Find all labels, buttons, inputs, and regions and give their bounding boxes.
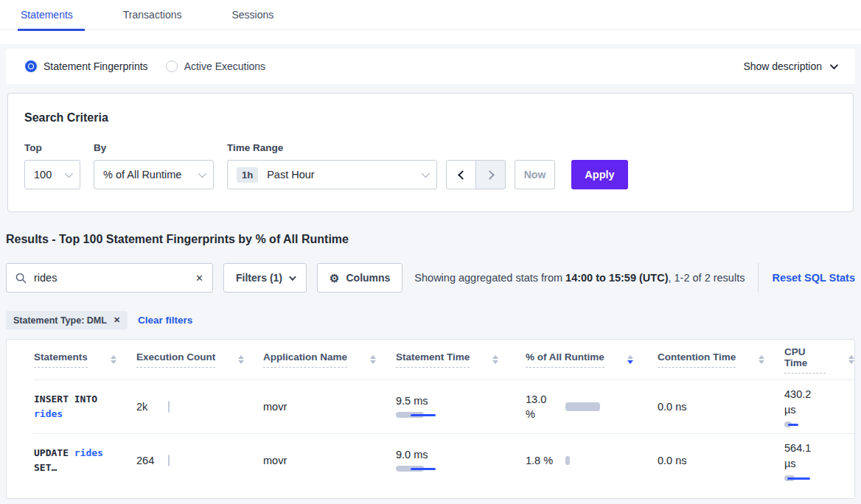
- col-header-contention-time[interactable]: Contention Time: [658, 351, 784, 368]
- runtime-pct-cell: 1.8 %: [526, 453, 658, 468]
- sort-icon[interactable]: [759, 355, 764, 364]
- time-range-select[interactable]: 1h Past Hour: [227, 160, 437, 189]
- chevron-right-icon: [485, 170, 495, 180]
- search-input[interactable]: [34, 272, 188, 284]
- time-range-group: Time Range 1h Past Hour: [227, 142, 437, 189]
- contention-time-cell: 0.0 ns: [658, 401, 784, 413]
- statement-link[interactable]: rides: [74, 447, 103, 458]
- sort-icon[interactable]: [111, 355, 116, 364]
- count-bar: [168, 455, 170, 466]
- radio-selected-icon[interactable]: [25, 60, 37, 72]
- search-criteria-card: Search Criteria Top 100 By % of All Runt…: [7, 93, 854, 212]
- statement-cell[interactable]: UPDATE rides SET…: [34, 446, 136, 475]
- reset-sql-stats-link[interactable]: Reset SQL Stats: [772, 272, 855, 284]
- by-select[interactable]: % of All Runtime: [94, 160, 214, 189]
- execution-count-cell: 264: [136, 455, 263, 466]
- col-header-statement-time[interactable]: Statement Time: [396, 351, 526, 368]
- sort-icon[interactable]: [370, 355, 376, 364]
- top-select-value: 100: [34, 169, 52, 181]
- filters-button-label: Filters (1): [236, 272, 282, 284]
- top-group: Top 100: [24, 142, 80, 189]
- statements-table: Statements Execution Count Application N…: [6, 339, 855, 499]
- statement-time-cell: 9.0 ms: [396, 449, 526, 472]
- contention-time-cell: 0.0 ns: [658, 455, 784, 466]
- radio-active-executions[interactable]: Active Executions: [166, 60, 266, 72]
- application-name-cell: movr: [263, 401, 396, 413]
- sort-icon-active-desc[interactable]: [627, 355, 633, 364]
- results-toolbar: ✕ Filters (1) ⚙ Columns Showing aggregat…: [6, 263, 855, 293]
- chevron-down-icon: [65, 169, 73, 178]
- time-prev-button[interactable]: [446, 160, 476, 189]
- by-label: By: [94, 142, 214, 153]
- col-header-statements[interactable]: Statements: [34, 351, 136, 368]
- top-select[interactable]: 100: [24, 160, 80, 189]
- statement-time-cell: 9.5 ms: [396, 395, 526, 418]
- showing-stats-range: 14:00 to 15:59 (UTC): [565, 272, 668, 284]
- cpu-time-bar: [784, 475, 795, 481]
- runtime-pct-bar: [565, 456, 570, 465]
- time-next-button[interactable]: [475, 160, 506, 189]
- execution-count-cell: 2k: [136, 401, 263, 413]
- radio-statement-fingerprints-label: Statement Fingerprints: [43, 60, 148, 72]
- application-name-cell: movr: [263, 455, 396, 466]
- top-tab-bar: Statements Transactions Sessions: [0, 0, 861, 30]
- filters-button[interactable]: Filters (1): [223, 263, 307, 293]
- time-range-badge: 1h: [237, 167, 258, 183]
- col-header-application-name[interactable]: Application Name: [263, 351, 396, 368]
- top-label: Top: [24, 142, 80, 153]
- statement-cell[interactable]: INSERT INTO rides: [34, 392, 136, 421]
- filter-chip-row: Statement Type: DML ✕ Clear filters: [6, 311, 861, 329]
- radio-statement-fingerprints[interactable]: Statement Fingerprints: [25, 60, 148, 72]
- search-criteria-title: Search Criteria: [24, 111, 837, 125]
- col-header-cpu-time[interactable]: CPU Time: [784, 346, 854, 374]
- remove-filter-icon[interactable]: ✕: [114, 316, 120, 324]
- table-row[interactable]: UPDATE rides SET… 264 movr 9.0 ms 1.8 % …: [7, 433, 854, 487]
- header-spacer: [0, 30, 861, 44]
- tab-statements[interactable]: Statements: [21, 0, 73, 30]
- chevron-down-icon: [422, 169, 430, 178]
- time-range-label: Time Range: [227, 142, 437, 153]
- table-row[interactable]: INSERT INTO rides 2k movr 9.5 ms 13.0 % …: [7, 379, 854, 433]
- vertical-divider: [758, 263, 759, 293]
- clear-filters-link[interactable]: Clear filters: [138, 315, 192, 326]
- chevron-down-icon: [830, 61, 838, 69]
- cpu-time-cell: 430.2 µs: [784, 379, 854, 427]
- chevron-left-icon: [458, 170, 467, 180]
- view-mode-bar: Statement Fingerprints Active Executions…: [6, 49, 855, 84]
- cpu-time-cell: 564.1 µs: [784, 433, 854, 481]
- tab-sessions[interactable]: Sessions: [231, 0, 273, 30]
- now-button[interactable]: Now: [515, 160, 555, 189]
- search-icon: [15, 273, 27, 284]
- runtime-pct-bar: [565, 402, 600, 411]
- sort-icon[interactable]: [492, 355, 498, 364]
- columns-button[interactable]: ⚙ Columns: [317, 263, 402, 293]
- time-nav-group: [446, 160, 506, 189]
- chevron-down-icon: [289, 273, 296, 281]
- time-range-value: Past Hour: [267, 169, 314, 181]
- statement-time-bar: [396, 466, 424, 472]
- statement-time-bar: [396, 412, 424, 418]
- clear-search-icon[interactable]: ✕: [195, 273, 203, 283]
- apply-button[interactable]: Apply: [571, 160, 628, 189]
- runtime-pct-cell: 13.0 %: [526, 392, 658, 421]
- gear-icon: ⚙: [330, 273, 339, 284]
- show-description-label: Show description: [743, 60, 822, 72]
- search-box[interactable]: ✕: [6, 263, 213, 293]
- tab-transactions[interactable]: Transactions: [123, 0, 182, 30]
- radio-active-executions-label: Active Executions: [184, 60, 266, 72]
- show-description-toggle[interactable]: Show description: [743, 60, 836, 72]
- chevron-down-icon: [198, 169, 206, 178]
- col-header-pct-all-runtime[interactable]: % of All Runtime: [526, 351, 658, 368]
- statement-link[interactable]: rides: [34, 408, 63, 419]
- count-bar: [168, 401, 170, 412]
- columns-button-label: Columns: [346, 272, 390, 284]
- sort-icon[interactable]: [848, 355, 854, 364]
- filter-chip-label: Statement Type: DML: [13, 315, 107, 326]
- radio-unselected-icon[interactable]: [166, 60, 178, 72]
- sort-icon[interactable]: [238, 355, 244, 364]
- showing-stats-text: Showing aggregated stats from 14:00 to 1…: [414, 272, 745, 284]
- cpu-time-bar: [784, 421, 792, 427]
- col-header-execution-count[interactable]: Execution Count: [136, 351, 263, 368]
- table-header-row: Statements Execution Count Application N…: [7, 340, 854, 379]
- filter-chip-statement-type[interactable]: Statement Type: DML ✕: [6, 311, 128, 329]
